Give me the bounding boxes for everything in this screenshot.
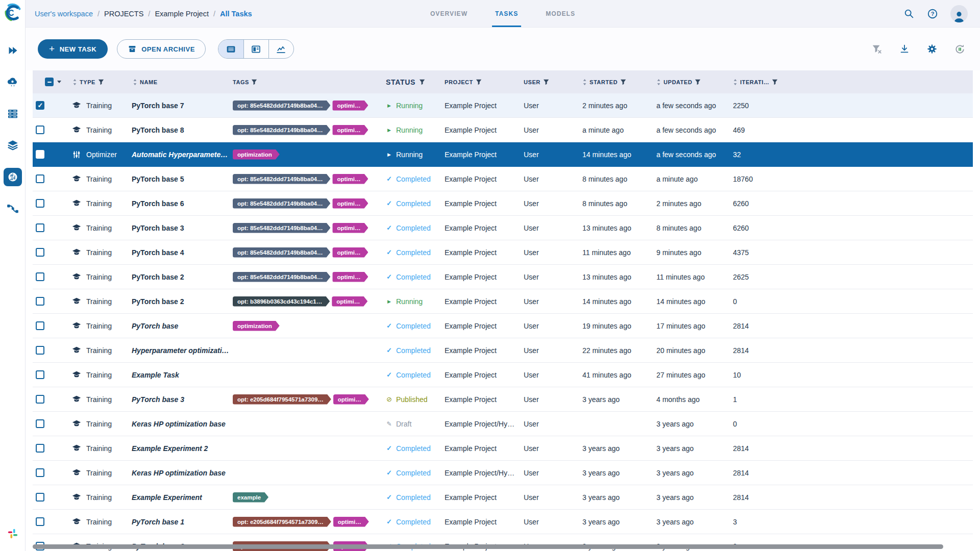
row-checkbox[interactable]	[36, 174, 44, 183]
table-row[interactable]: Training PyTorch base 2 opt: b3896b0363c…	[33, 289, 973, 314]
task-name[interactable]: PyTorch base 4	[132, 248, 184, 257]
datasets-icon[interactable]	[4, 136, 22, 155]
table-row[interactable]: Training PyTorch base 7 opt: 85e5482ddd7…	[33, 93, 973, 118]
column-header-user[interactable]: USER	[521, 79, 579, 85]
row-checkbox[interactable]	[36, 517, 44, 526]
row-checkbox[interactable]	[36, 272, 44, 281]
column-header-project[interactable]: PROJECT	[442, 79, 521, 85]
row-checkbox[interactable]	[36, 126, 44, 134]
filter-funnel-icon[interactable]	[251, 79, 257, 85]
column-header-tags[interactable]: TAGS	[230, 79, 383, 85]
split-view-button[interactable]	[243, 40, 268, 58]
row-checkbox[interactable]	[36, 101, 44, 110]
clearml-logo[interactable]: C	[3, 3, 23, 23]
auto-refresh-icon[interactable]	[954, 43, 966, 55]
sort-icon[interactable]	[582, 79, 587, 86]
settings-gear-icon[interactable]	[926, 43, 938, 55]
filter-funnel-icon[interactable]	[620, 79, 626, 85]
clear-filters-icon[interactable]	[871, 43, 883, 55]
table-row[interactable]: Training Hyperparameter optimizati… ✓ Co…	[33, 338, 973, 363]
table-row[interactable]: Training PyTorch base 5 opt: 85e5482ddd7…	[33, 167, 973, 191]
task-name[interactable]: PyTorch base 6	[132, 199, 184, 208]
row-checkbox[interactable]	[36, 346, 44, 355]
task-name[interactable]: PyTorch base 1	[132, 518, 184, 526]
table-row[interactable]: Training PyTorch base 4 opt: 85e5482ddd7…	[33, 240, 973, 265]
table-row[interactable]: Training PyTorch base 8 opt: 85e5482ddd7…	[33, 118, 973, 142]
table-row[interactable]: Optimizer Automatic Hyperparamete… optim…	[33, 142, 973, 167]
horizontal-scrollbar[interactable]	[33, 544, 943, 549]
breadcrumb-item[interactable]: All Tasks	[220, 10, 252, 18]
row-checkbox[interactable]	[36, 419, 44, 428]
task-name[interactable]: Example Experiment 2	[132, 444, 208, 453]
row-checkbox[interactable]	[36, 199, 44, 208]
profile-avatar[interactable]	[950, 5, 968, 22]
sort-icon[interactable]	[733, 79, 738, 86]
new-task-button[interactable]: + NEW TASK	[38, 39, 108, 59]
table-row[interactable]: Training Keras HP optimization base ✓ Co…	[33, 461, 973, 485]
help-icon[interactable]: ?	[927, 8, 938, 19]
row-checkbox[interactable]	[36, 395, 44, 404]
sort-icon[interactable]	[656, 79, 661, 86]
filter-funnel-icon[interactable]	[543, 79, 549, 85]
sort-icon[interactable]	[72, 79, 77, 86]
row-checkbox[interactable]	[36, 493, 44, 502]
table-row[interactable]: Training PyTorch base 3 opt: 85e5482ddd7…	[33, 216, 973, 240]
task-name[interactable]: Example Task	[132, 371, 179, 379]
row-checkbox[interactable]	[36, 370, 44, 379]
task-name[interactable]: Hyperparameter optimizati…	[132, 346, 229, 355]
table-row[interactable]: Training PyTorch base 3 opt: e205d684f79…	[33, 387, 973, 412]
chart-view-button[interactable]	[268, 40, 293, 58]
filter-funnel-icon[interactable]	[98, 79, 104, 85]
column-header-updated[interactable]: UPDATED	[653, 79, 730, 86]
select-all-checkbox[interactable]	[45, 78, 54, 86]
filter-funnel-icon[interactable]	[772, 79, 778, 85]
select-dropdown-caret[interactable]	[57, 81, 61, 83]
task-name[interactable]: Automatic Hyperparamete…	[132, 151, 228, 159]
expand-icon[interactable]	[4, 41, 22, 60]
task-name[interactable]: PyTorch base 8	[132, 126, 184, 134]
sort-icon[interactable]	[133, 79, 137, 86]
table-row[interactable]: Training Example Task ✓ Completed Exampl…	[33, 363, 973, 387]
task-name[interactable]: PyTorch base 5	[132, 175, 184, 183]
table-row[interactable]: Training PyTorch base optimization ✓ Com…	[33, 314, 973, 338]
table-row[interactable]: Training PyTorch base 6 opt: 85e5482ddd7…	[33, 191, 973, 216]
task-name[interactable]: Keras HP optimization base	[132, 469, 226, 477]
column-header-type[interactable]: TYPE	[66, 79, 128, 86]
column-header-name[interactable]: NAME	[128, 79, 230, 86]
tab-tasks[interactable]: TASKS	[495, 0, 518, 27]
workers-queues-icon[interactable]	[4, 105, 22, 123]
table-row[interactable]: Training Keras HP optimization base ✎ Dr…	[33, 412, 973, 436]
row-checkbox[interactable]	[36, 444, 44, 453]
cloud-autoscalers-icon[interactable]	[4, 73, 22, 91]
row-checkbox[interactable]	[36, 321, 44, 330]
task-name[interactable]: PyTorch base 7	[132, 102, 184, 110]
table-row[interactable]: Training PyTorch base 1 opt: e205d684f79…	[33, 510, 973, 534]
table-view-button[interactable]	[218, 40, 243, 58]
slack-icon[interactable]	[4, 524, 22, 543]
row-checkbox[interactable]	[36, 248, 44, 257]
column-header-iteration[interactable]: ITERATI…	[730, 79, 781, 86]
table-row[interactable]: Training Example Experiment example ✓ Co…	[33, 485, 973, 510]
tab-models[interactable]: MODELS	[546, 0, 575, 27]
projects-icon[interactable]	[4, 168, 22, 186]
breadcrumb-item[interactable]: PROJECTS	[104, 10, 143, 18]
task-name[interactable]: PyTorch base 2	[132, 297, 184, 306]
task-name[interactable]: PyTorch base 2	[132, 273, 184, 281]
task-name[interactable]: PyTorch base 3	[132, 224, 184, 232]
task-name[interactable]: Example Experiment	[132, 493, 202, 502]
breadcrumb-item[interactable]: Example Project	[155, 10, 209, 18]
tab-overview[interactable]: OVERVIEW	[430, 0, 468, 27]
column-header-status[interactable]: STATUS	[383, 78, 442, 86]
task-name[interactable]: PyTorch base 3	[132, 395, 184, 404]
task-name[interactable]: Keras HP optimization base	[132, 420, 226, 428]
row-checkbox[interactable]	[36, 297, 44, 306]
row-checkbox[interactable]	[36, 468, 44, 477]
row-checkbox[interactable]	[36, 150, 44, 159]
filter-funnel-icon[interactable]	[419, 79, 425, 85]
breadcrumb-item[interactable]: User's workspace	[35, 10, 93, 18]
column-header-started[interactable]: STARTED	[579, 79, 653, 86]
filter-funnel-icon[interactable]	[695, 79, 701, 85]
row-checkbox[interactable]	[36, 223, 44, 232]
table-row[interactable]: Training Example Experiment 2 ✓ Complete…	[33, 436, 973, 461]
task-name[interactable]: PyTorch base	[132, 322, 178, 330]
